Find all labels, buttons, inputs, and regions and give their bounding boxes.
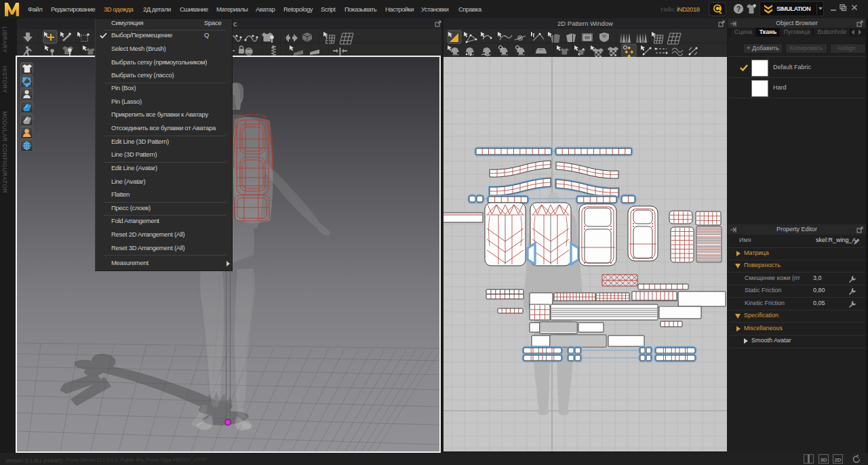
svg-text:?: ?: [736, 5, 741, 13]
svg-text:2D: 2D: [834, 457, 841, 463]
svg-text:3D: 3D: [820, 457, 827, 463]
